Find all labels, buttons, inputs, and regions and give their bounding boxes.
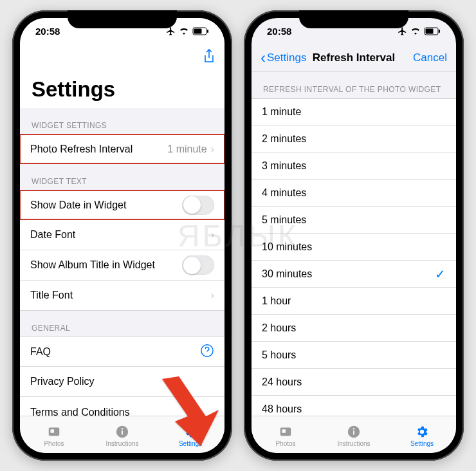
battery-icon: [192, 27, 209, 35]
option-row[interactable]: 4 minutes: [252, 180, 456, 207]
tab-instructions[interactable]: Instructions: [88, 425, 156, 447]
chevron-right-icon: ›: [211, 143, 214, 155]
tab-label: Instructions: [105, 440, 138, 447]
info-icon: [114, 425, 130, 439]
tab-settings[interactable]: Settings: [156, 425, 224, 447]
gear-icon: [183, 425, 198, 439]
option-row[interactable]: 48 hours: [252, 396, 456, 416]
chevron-right-icon: ›: [211, 290, 214, 301]
tab-bar: Photos Instructions Settings: [252, 416, 456, 453]
row-label: Privacy Policy: [30, 376, 214, 387]
option-row[interactable]: 1 hour: [252, 288, 456, 315]
clock: 20:58: [35, 26, 60, 37]
tab-label: Settings: [410, 440, 434, 447]
toggle-show-date[interactable]: [182, 196, 214, 215]
gear-icon: [414, 425, 430, 439]
option-row[interactable]: 10 minutes: [252, 234, 456, 261]
row-faq[interactable]: FAQ: [20, 337, 224, 367]
info-icon: [346, 425, 362, 439]
option-label: 1 hour: [262, 295, 446, 307]
chevron-left-icon: ‹: [261, 49, 266, 67]
tab-photos[interactable]: Photos: [252, 425, 320, 447]
tab-photos[interactable]: Photos: [20, 425, 88, 447]
section-widget-text: WIDGET TEXT: [20, 164, 224, 190]
notch: [68, 10, 177, 28]
tab-label: Instructions: [337, 440, 370, 447]
row-show-album[interactable]: Show Album Title in Widget: [20, 250, 224, 281]
option-label: 5 hours: [262, 349, 446, 361]
row-terms[interactable]: Terms and Conditions: [20, 397, 224, 416]
wifi-icon: [410, 27, 421, 35]
tab-instructions[interactable]: Instructions: [320, 425, 388, 447]
row-label: Show Date in Widget: [30, 199, 182, 211]
back-label: Settings: [267, 51, 306, 64]
option-row[interactable]: 24 hours: [252, 369, 456, 396]
section-general: GENERAL: [20, 311, 224, 337]
back-button[interactable]: ‹ Settings: [261, 49, 312, 67]
option-label: 2 hours: [262, 322, 446, 334]
svg-rect-1: [194, 28, 202, 33]
option-row[interactable]: 2 hours: [252, 315, 456, 342]
battery-icon: [424, 27, 441, 35]
svg-rect-15: [353, 430, 354, 434]
option-label: 30 minutes: [262, 268, 435, 280]
notch: [299, 10, 408, 28]
svg-rect-7: [122, 430, 123, 434]
photos-icon: [278, 425, 293, 439]
checkmark-icon: ✓: [435, 266, 446, 282]
svg-point-8: [122, 428, 123, 429]
row-value: 1 minute: [167, 143, 206, 155]
row-label: Title Font: [30, 290, 211, 301]
nav-bar: [20, 44, 224, 72]
clock: 20:58: [267, 26, 291, 37]
tab-label: Settings: [179, 440, 202, 447]
row-label: FAQ: [30, 346, 200, 358]
toggle-show-album[interactable]: [182, 255, 214, 275]
svg-rect-13: [282, 429, 286, 433]
option-label: 2 minutes: [262, 133, 446, 145]
option-row[interactable]: 5 hours: [252, 342, 456, 369]
row-label: Photo Refresh Interval: [30, 143, 167, 155]
option-row[interactable]: 3 minutes: [252, 152, 456, 180]
row-title-font[interactable]: Title Font ›: [20, 281, 224, 311]
help-icon: [200, 344, 214, 360]
svg-rect-10: [426, 28, 434, 33]
phone-right: 20:58 ‹ Settings Refresh Interval Cancel…: [244, 10, 464, 461]
nav-bar: ‹ Settings Refresh Interval Cancel: [252, 44, 456, 72]
tab-settings[interactable]: Settings: [388, 425, 456, 447]
option-row[interactable]: 2 minutes: [252, 125, 456, 152]
photos-icon: [46, 425, 62, 439]
svg-rect-5: [51, 429, 55, 433]
chevron-right-icon: ›: [211, 229, 214, 241]
tab-bar: Photos Instructions Settings: [20, 416, 224, 453]
nav-title: Refresh Interval: [312, 51, 396, 64]
option-label: 24 hours: [262, 376, 446, 388]
share-button[interactable]: [203, 49, 215, 68]
row-privacy[interactable]: Privacy Policy: [20, 367, 224, 397]
row-show-date[interactable]: Show Date in Widget: [20, 190, 224, 220]
option-row[interactable]: 30 minutes✓: [252, 261, 456, 288]
row-label: Terms and Conditions: [30, 407, 214, 416]
row-photo-refresh[interactable]: Photo Refresh Interval 1 minute ›: [20, 134, 224, 164]
svg-point-16: [353, 428, 354, 429]
option-label: 4 minutes: [262, 187, 446, 199]
row-label: Show Album Title in Widget: [30, 259, 182, 271]
section-widget-settings: WIDGET SETTINGS: [20, 108, 224, 134]
option-label: 5 minutes: [262, 214, 446, 226]
option-row[interactable]: 1 minute: [252, 98, 456, 125]
tab-label: Photos: [44, 440, 64, 447]
row-date-font[interactable]: Date Font ›: [20, 220, 224, 250]
row-label: Date Font: [30, 229, 211, 241]
tab-label: Photos: [275, 440, 295, 447]
cancel-button[interactable]: Cancel: [396, 51, 447, 64]
option-row[interactable]: 5 minutes: [252, 207, 456, 234]
option-label: 10 minutes: [262, 241, 446, 253]
page-title: Settings: [20, 72, 224, 108]
option-label: 1 minute: [262, 106, 446, 118]
wifi-icon: [179, 27, 189, 35]
share-icon: [203, 49, 215, 64]
svg-rect-2: [207, 30, 208, 33]
option-label: 48 hours: [262, 403, 446, 415]
svg-rect-11: [439, 30, 440, 33]
phone-left: 20:58 Settings WIDGET SETTINGS Photo Ref…: [12, 10, 232, 461]
